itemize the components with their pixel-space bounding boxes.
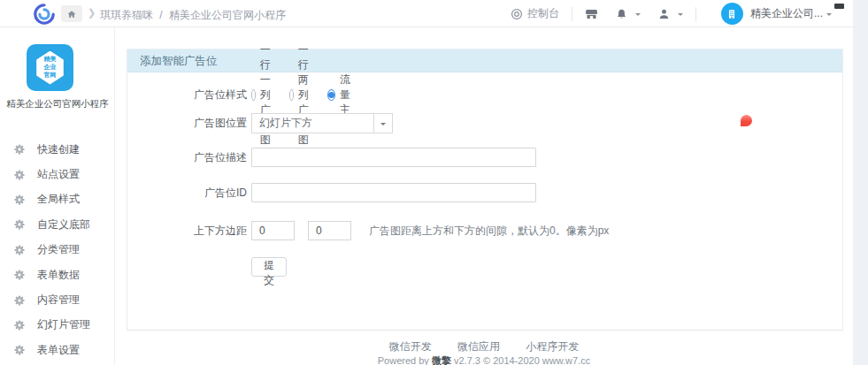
sidebar-item-category-manage[interactable]: 分类管理 [0, 238, 115, 262]
position-select-value: 幻灯片下方 [252, 116, 373, 131]
margin-top-input[interactable] [251, 221, 295, 240]
sidebar-item-label: 幻灯片管理 [37, 317, 90, 332]
hexagon-logo-icon: 精美 企业 官网 [35, 51, 65, 85]
sidebar: 精美 企业 官网 精美企业公司官网小程序 快速创建 站点设置 全局样式 自定义底… [0, 27, 115, 365]
powered-suffix: v2.7.3 © 2014-2020 www.w7.cc [451, 355, 590, 365]
powered-by: Powered by 微擎 v2.7.3 © 2014-2020 www.w7.… [115, 354, 853, 365]
chevron-down-icon [380, 123, 386, 128]
console-icon [511, 8, 523, 20]
chevron-down-icon [635, 13, 641, 19]
gear-icon [14, 245, 25, 255]
desc-input[interactable] [251, 148, 536, 167]
sidebar-item-site-settings[interactable]: 站点设置 [0, 162, 115, 186]
radio-checked-icon[interactable] [327, 89, 335, 101]
notifications-button[interactable] [616, 8, 641, 20]
store-button[interactable] [585, 8, 598, 20]
main-content: 添加智能广告位 广告位样式 一行一列广告图 一行两列广告图 流量主 [115, 27, 853, 365]
margin-bottom-input[interactable] [308, 221, 351, 240]
logo-line: 企业 [44, 64, 57, 72]
sidebar-item-label: 全局样式 [37, 192, 80, 207]
submit-button[interactable]: 提交 [251, 257, 287, 277]
panel-title: 添加智能广告位 [127, 49, 842, 72]
console-button[interactable]: 控制台 [511, 6, 559, 21]
powered-brand: 微擎 [432, 355, 451, 365]
console-label: 控制台 [527, 6, 559, 21]
field-label-style: 广告位样式 [127, 87, 247, 103]
home-button[interactable] [61, 5, 82, 22]
footer-links: 微信开发 微信应用 小程序开发 [115, 339, 853, 354]
shop-icon [585, 8, 598, 20]
gear-icon [14, 219, 25, 230]
radio-icon[interactable] [251, 89, 256, 101]
gear-icon [14, 345, 25, 355]
app-window: ❯ 琪琪养猫咪 / 精美企业公司官网小程序 控制台 [0, 0, 868, 365]
sidebar-item-global-style[interactable]: 全局样式 [0, 187, 115, 212]
topbar-divider [572, 7, 572, 21]
logo-line: 精美 [44, 56, 57, 64]
sidebar-item-label: 自定义底部 [37, 217, 90, 232]
logo-line: 官网 [44, 72, 57, 80]
select-dropdown-button[interactable] [373, 114, 392, 133]
gear-icon [14, 320, 25, 331]
breadcrumb-separator: / [159, 9, 162, 21]
sidebar-item-custom-footer[interactable]: 自定义底部 [0, 212, 115, 237]
field-label-adid: 广告位ID [127, 186, 247, 201]
sidebar-item-label: 分类管理 [37, 242, 80, 257]
gear-icon [14, 144, 25, 155]
sidebar-item-label: 内容管理 [37, 293, 80, 308]
field-label-desc: 广告位描述 [127, 150, 247, 165]
radio-label[interactable]: 流量主 [340, 72, 354, 118]
gear-icon [14, 170, 25, 180]
user-icon [658, 8, 670, 20]
sidebar-item-quick-create[interactable]: 快速创建 [0, 137, 115, 162]
sidebar-item-form-data[interactable]: 表单数据 [0, 262, 115, 287]
account-name[interactable]: 精美企业公司... [750, 6, 823, 21]
sidebar-item-form-settings[interactable]: 表单设置 [0, 338, 115, 362]
sidebar-item-label: 站点设置 [37, 167, 80, 182]
account-avatar[interactable] [721, 3, 743, 25]
position-select[interactable]: 幻灯片下方 [251, 113, 393, 133]
adid-input[interactable] [251, 183, 536, 202]
app-title: 精美企业公司官网小程序 [0, 98, 115, 110]
building-avatar-icon [726, 8, 738, 20]
sidebar-item-slider-manage[interactable]: 幻灯片管理 [0, 313, 115, 338]
sidebar-item-label: 快速创建 [37, 142, 80, 157]
scrollbar-track [853, 0, 868, 365]
breadcrumb: 琪琪养猫咪 / 精美企业公司官网小程序 [100, 8, 286, 23]
home-icon [66, 9, 77, 19]
field-label-position: 广告图位置 [127, 116, 247, 131]
sidebar-item-content-manage[interactable]: 内容管理 [0, 287, 115, 312]
topbar-actions: 控制台 [511, 0, 832, 27]
field-label-margin: 上下方边距 [127, 224, 247, 239]
bell-icon [616, 8, 627, 20]
breadcrumb-site[interactable]: 琪琪养猫咪 [100, 9, 153, 21]
footer-link-miniprogram-dev[interactable]: 小程序开发 [526, 340, 579, 353]
gear-icon [14, 194, 25, 205]
gear-icon [14, 295, 25, 306]
chevron-down-icon [826, 13, 832, 19]
margin-hint: 广告图距离上方和下方的间隙，默认为0。像素为px [369, 224, 609, 239]
radio-icon[interactable] [289, 89, 294, 101]
breadcrumb-page[interactable]: 精美企业公司官网小程序 [169, 9, 286, 21]
footer-link-wechat-app[interactable]: 微信应用 [457, 340, 500, 353]
chevron-down-icon [678, 13, 683, 19]
app-logo: 精美 企业 官网 [27, 44, 73, 91]
screen-artifact [834, 4, 844, 9]
sidebar-item-label: 表单数据 [37, 268, 80, 283]
breadcrumb-chevron: ❯ [88, 7, 96, 19]
topbar: ❯ 琪琪养猫咪 / 精美企业公司官网小程序 控制台 [0, 0, 853, 27]
sidebar-item-label: 表单设置 [37, 343, 80, 358]
radio-option-traffic[interactable]: 流量主 [327, 72, 354, 118]
sidebar-nav: 快速创建 站点设置 全局样式 自定义底部 分类管理 表单数据 [0, 137, 115, 363]
red-cursor-artifact [741, 115, 752, 126]
powered-prefix: Powered by [378, 355, 432, 365]
footer-link-wechat-dev[interactable]: 微信开发 [389, 340, 432, 353]
topbar-divider [695, 7, 696, 21]
logo-swirl-icon[interactable] [33, 3, 56, 26]
add-ad-slot-panel: 添加智能广告位 广告位样式 一行一列广告图 一行两列广告图 流量主 [127, 49, 843, 331]
user-menu-button[interactable] [658, 8, 683, 20]
gear-icon [14, 270, 25, 280]
